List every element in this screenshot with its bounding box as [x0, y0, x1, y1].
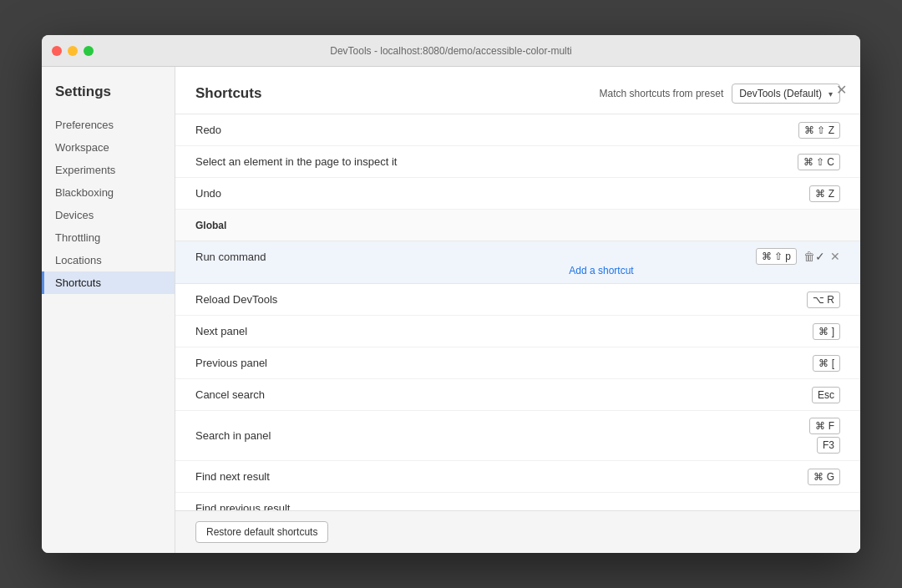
key-badge: ⌘ Z	[809, 185, 840, 202]
shortcut-name-redo: Redo	[195, 124, 798, 136]
section-label-global: Global	[195, 220, 226, 231]
preset-dropdown[interactable]: DevTools (Default) ▾	[732, 84, 840, 104]
confirm-actions: ✓ ✕	[815, 250, 840, 263]
content-header: Shortcuts Match shortcuts from preset De…	[175, 67, 860, 114]
shortcut-row-next-panel: Next panel ⌘ ]	[175, 316, 860, 347]
shortcut-name-run-command: Run command	[195, 251, 756, 263]
main-content: Settings Preferences Workspace Experimen…	[42, 67, 860, 553]
sidebar-item-experiments[interactable]: Experiments	[42, 159, 175, 181]
shortcut-row-redo: Redo ⌘ ⇧ Z	[175, 114, 860, 146]
sidebar-item-throttling[interactable]: Throttling	[42, 226, 175, 249]
footer: Restore default shortcuts	[175, 510, 860, 553]
shortcut-keys-cancel-search: Esc	[812, 387, 840, 403]
preset-selector: Match shortcuts from preset DevTools (De…	[600, 84, 840, 104]
sidebar-item-devices[interactable]: Devices	[42, 204, 175, 226]
shortcut-row-reload-devtools: Reload DevTools ⌥ R	[175, 284, 860, 316]
shortcut-row-undo: Undo ⌘ Z	[175, 178, 860, 210]
page-title: Shortcuts	[195, 85, 261, 102]
shortcut-name-select-element: Select an element in the page to inspect…	[195, 155, 798, 168]
add-shortcut-link[interactable]: Add a shortcut	[569, 265, 633, 276]
shortcut-keys-reload-devtools: ⌥ R	[807, 291, 840, 308]
key-badge: ⌥ R	[807, 291, 840, 308]
shortcut-row-previous-panel: Previous panel ⌘ [	[175, 347, 860, 379]
sidebar-item-workspace[interactable]: Workspace	[42, 136, 175, 159]
shortcut-row-run-command: Run command ⌘ ⇧ p 🗑 ✓ ✕ Add a shortcut	[175, 241, 860, 284]
content-area: Shortcuts Match shortcuts from preset De…	[175, 67, 860, 553]
sidebar-item-locations[interactable]: Locations	[42, 249, 175, 271]
chevron-down-icon: ▾	[829, 89, 833, 99]
devtools-window: DevTools - localhost:8080/demo/accessibl…	[42, 35, 860, 553]
restore-defaults-button[interactable]: Restore default shortcuts	[195, 521, 328, 543]
titlebar: DevTools - localhost:8080/demo/accessibl…	[42, 35, 860, 67]
shortcut-name-previous-panel: Previous panel	[195, 357, 813, 369]
close-button[interactable]: ✕	[836, 84, 847, 97]
key-badge: ⌘ G	[808, 469, 840, 485]
shortcut-keys-search-in-panel: ⌘ F F3	[809, 418, 840, 454]
cancel-icon[interactable]: ✕	[830, 250, 840, 263]
traffic-lights	[52, 46, 94, 56]
shortcut-name-search-in-panel: Search in panel	[195, 429, 809, 442]
close-traffic-light[interactable]	[52, 46, 62, 56]
maximize-traffic-light[interactable]	[84, 46, 94, 56]
shortcut-keys-undo: ⌘ Z	[809, 185, 840, 202]
run-command-top: Run command ⌘ ⇧ p 🗑 ✓ ✕	[195, 248, 840, 265]
window-title: DevTools - localhost:8080/demo/accessibl…	[330, 45, 571, 57]
minimize-traffic-light[interactable]	[68, 46, 78, 56]
sidebar-title: Settings	[42, 84, 175, 114]
key-badge: ⌘ ⇧ C	[798, 154, 840, 170]
confirm-icon[interactable]: ✓	[815, 250, 825, 263]
shortcut-keys-select-element: ⌘ ⇧ C	[798, 154, 840, 170]
delete-shortcut-icon[interactable]: 🗑	[803, 250, 815, 263]
key-badge: ⌘ ]	[813, 323, 840, 340]
shortcut-name-cancel-search: Cancel search	[195, 388, 812, 401]
shortcut-row-cancel-search: Cancel search Esc	[175, 379, 860, 411]
shortcut-name-find-previous-result: Find previous result	[195, 502, 840, 510]
section-header-global: Global	[175, 210, 860, 241]
shortcut-name-reload-devtools: Reload DevTools	[195, 293, 807, 306]
shortcut-row-select-element: Select an element in the page to inspect…	[175, 146, 860, 178]
key-badge: ⌘ ⇧ Z	[798, 122, 840, 139]
shortcut-row-search-in-panel: Search in panel ⌘ F F3	[175, 411, 860, 461]
shortcuts-list: Redo ⌘ ⇧ Z Select an element in the page…	[175, 114, 860, 510]
key-badge: ⌘ F	[809, 418, 840, 434]
sidebar-item-preferences[interactable]: Preferences	[42, 114, 175, 136]
shortcut-row-find-previous-result: Find previous result	[175, 493, 860, 510]
shortcut-keys-previous-panel: ⌘ [	[813, 355, 840, 372]
shortcut-keys-find-next-result: ⌘ G	[808, 469, 840, 485]
shortcut-name-next-panel: Next panel	[195, 325, 813, 337]
shortcut-keys-next-panel: ⌘ ]	[813, 323, 840, 340]
key-badge: F3	[817, 437, 840, 454]
preset-label: Match shortcuts from preset	[600, 88, 724, 99]
shortcut-name-undo: Undo	[195, 187, 809, 200]
shortcut-row-find-next-result: Find next result ⌘ G	[175, 461, 860, 493]
key-badge: Esc	[812, 387, 840, 403]
shortcut-name-find-next-result: Find next result	[195, 470, 808, 483]
sidebar-item-blackboxing[interactable]: Blackboxing	[42, 181, 175, 204]
sidebar-item-shortcuts[interactable]: Shortcuts	[42, 271, 175, 294]
key-badge-run-command: ⌘ ⇧ p	[756, 248, 797, 265]
shortcut-keys-redo: ⌘ ⇧ Z	[798, 122, 840, 139]
sidebar: Settings Preferences Workspace Experimen…	[42, 67, 175, 553]
preset-value: DevTools (Default)	[739, 88, 822, 99]
key-badge: ⌘ [	[813, 355, 840, 372]
